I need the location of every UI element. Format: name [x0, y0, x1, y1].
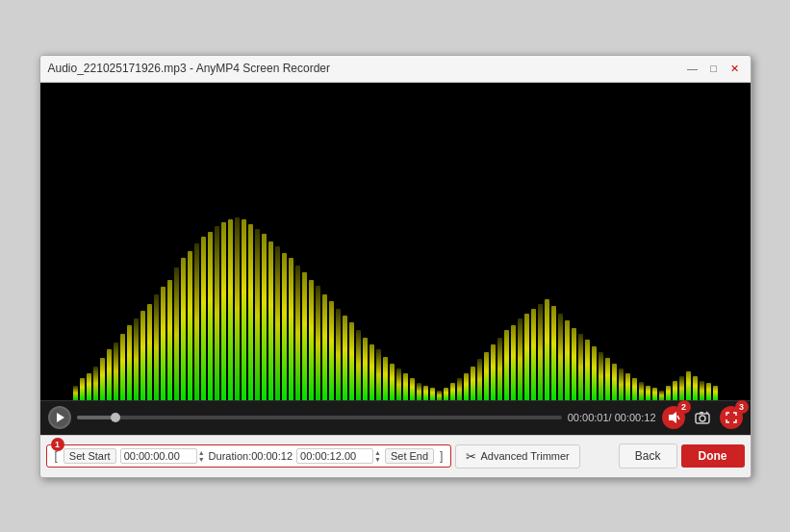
waveform-bar — [127, 325, 132, 400]
back-button[interactable]: Back — [619, 443, 677, 469]
video-area — [40, 83, 751, 400]
start-time-wrapper: ▲ ▼ — [120, 448, 205, 464]
waveform-bar — [248, 224, 253, 400]
window-title: Audio_221025171926.mp3 - AnyMP4 Screen R… — [48, 62, 685, 75]
progress-track[interactable] — [77, 416, 562, 419]
done-button[interactable]: Done — [681, 444, 745, 468]
svg-line-1 — [677, 416, 679, 419]
waveform-bar — [450, 383, 455, 400]
waveform-bar — [289, 258, 293, 400]
controls-bar: 1 [ Set Start ▲ ▼ Duration:00:00:12 ▲ ▼ … — [40, 435, 751, 477]
waveform-bar — [444, 388, 448, 400]
waveform-bar — [215, 226, 219, 400]
minimize-button[interactable]: — — [685, 61, 701, 76]
waveform-bar — [167, 280, 172, 400]
expand-badge: 3 — [735, 400, 749, 414]
waveform-bar — [632, 378, 637, 400]
waveform-bar — [417, 383, 421, 400]
waveform-bar — [518, 318, 522, 400]
waveform-bar — [592, 346, 597, 400]
waveform-bar — [484, 352, 489, 400]
waveform-bar — [673, 381, 677, 400]
start-time-down[interactable]: ▼ — [198, 456, 205, 463]
maximize-button[interactable]: □ — [706, 61, 722, 76]
waveform-bar — [396, 368, 401, 400]
waveform-bar — [73, 386, 78, 400]
waveform-bar — [140, 311, 145, 400]
start-time-input[interactable] — [120, 448, 197, 464]
waveform-bar — [363, 338, 368, 400]
scissor-icon: ✂ — [466, 449, 476, 464]
waveform-bar — [295, 266, 300, 400]
svg-point-3 — [700, 416, 705, 421]
waveform-bar — [80, 378, 85, 400]
duration-label: Duration:00:00:12 — [209, 450, 293, 462]
waveform-bar — [652, 388, 657, 400]
waveform-bar — [316, 286, 320, 400]
advanced-trimmer-button[interactable]: ✂ Advanced Trimmer — [455, 444, 579, 469]
set-end-button[interactable]: Set End — [385, 448, 434, 464]
waveform-bar — [706, 383, 711, 400]
waveform-bar — [93, 367, 98, 400]
waveform-bar — [565, 320, 570, 400]
waveform-bar — [524, 314, 529, 400]
waveform-bar — [376, 349, 381, 400]
end-time-wrapper: ▲ ▼ — [296, 448, 381, 464]
bracket-close-button[interactable]: ] — [438, 449, 445, 463]
waveform-bar — [174, 267, 179, 400]
trim-badge: 1 — [51, 438, 64, 451]
window-controls: — □ ✕ — [685, 61, 743, 76]
bracket-open-button[interactable]: [ — [53, 449, 60, 463]
start-time-spinner: ▲ ▼ — [198, 449, 205, 463]
end-time-spinner: ▲ ▼ — [374, 449, 381, 463]
waveform-bar — [545, 299, 549, 400]
waveform-bar — [639, 382, 644, 400]
waveform-bar — [693, 376, 698, 400]
waveform-bar — [201, 237, 206, 400]
set-start-button[interactable]: Set Start — [64, 448, 116, 464]
waveform-bar — [504, 330, 509, 400]
waveform-bar — [572, 328, 576, 400]
waveform-bar — [700, 381, 704, 400]
main-window: Audio_221025171926.mp3 - AnyMP4 Screen R… — [39, 55, 752, 478]
waveform-bar — [612, 364, 617, 400]
waveform-bar — [599, 352, 603, 400]
waveform-bar — [383, 357, 388, 400]
waveform-bar — [390, 364, 395, 400]
waveform-bar — [713, 386, 718, 400]
waveform-bar — [646, 386, 650, 400]
playback-bar: 00:00:01/ 00:00:12 2 — [40, 400, 751, 435]
waveform-bar — [457, 378, 462, 400]
waveform-bar — [107, 349, 112, 400]
waveform-bar — [423, 386, 428, 400]
waveform-bar — [309, 280, 314, 400]
waveform-bar — [322, 294, 327, 400]
end-time-up[interactable]: ▲ — [374, 449, 381, 456]
waveform-bar — [275, 246, 280, 400]
svg-rect-4 — [700, 412, 703, 414]
waveform-bar — [268, 241, 273, 400]
camera-button[interactable] — [691, 406, 714, 429]
close-button[interactable]: ✕ — [727, 61, 743, 76]
svg-marker-0 — [669, 412, 676, 423]
waveform-bar — [686, 371, 691, 400]
waveform-bar — [531, 309, 536, 400]
waveform-bar — [679, 376, 684, 400]
waveform-bar — [114, 342, 118, 400]
waveform-bar — [87, 373, 91, 400]
waveform-bar — [188, 251, 192, 400]
waveform-bar — [666, 386, 671, 400]
end-time-down[interactable]: ▼ — [374, 456, 381, 463]
end-time-input[interactable] — [296, 448, 373, 464]
time-display: 00:00:01/ 00:00:12 — [568, 412, 656, 423]
waveform-bar — [208, 232, 213, 400]
expand-icon — [726, 412, 737, 423]
waveform-bar — [302, 272, 307, 400]
start-time-up[interactable]: ▲ — [198, 449, 205, 456]
waveform-bar — [194, 243, 199, 400]
play-button[interactable] — [48, 406, 71, 429]
waveform-bar — [430, 388, 435, 400]
waveform-bar — [181, 258, 186, 400]
waveform-bar — [336, 309, 341, 400]
waveform-bar — [161, 287, 166, 400]
